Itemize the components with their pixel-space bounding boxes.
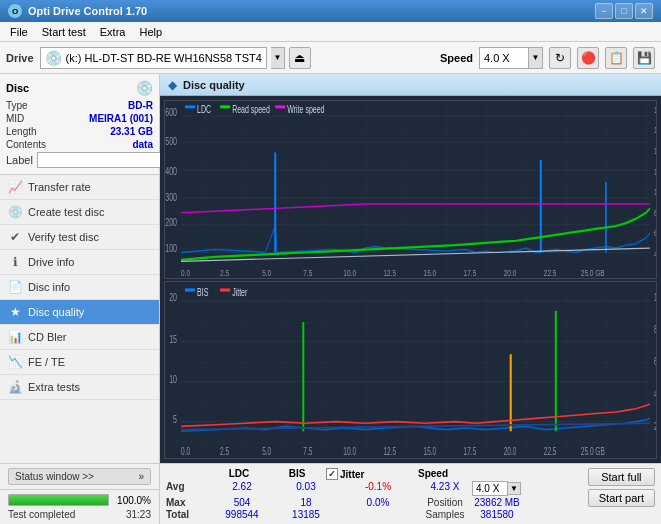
eject-button[interactable]: ⏏ bbox=[289, 47, 311, 69]
svg-text:8%: 8% bbox=[654, 323, 656, 335]
position-value: 23862 MB bbox=[472, 497, 522, 508]
nav-verify-test-disc[interactable]: ✔ Verify test disc bbox=[0, 225, 159, 250]
svg-text:12X: 12X bbox=[654, 166, 656, 177]
close-button[interactable]: ✕ bbox=[635, 3, 653, 19]
svg-text:20.0: 20.0 bbox=[504, 268, 517, 278]
nav-transfer-rate[interactable]: 📈 Transfer rate bbox=[0, 175, 159, 200]
avg-jitter: -0.1% bbox=[338, 481, 418, 496]
svg-text:10%: 10% bbox=[654, 291, 656, 303]
stats-max-row: Max 504 18 0.0% Position 23862 MB bbox=[166, 497, 570, 508]
menu-extra[interactable]: Extra bbox=[94, 25, 132, 39]
nav-disc-quality-label: Disc quality bbox=[28, 306, 84, 318]
svg-rect-62 bbox=[185, 288, 195, 291]
stats-header: LDC BIS ✓ Jitter Speed bbox=[166, 468, 570, 480]
avg-label: Avg bbox=[166, 481, 210, 496]
app-title: Opti Drive Control 1.70 bbox=[28, 5, 147, 17]
status-time-row: Test completed 31:23 bbox=[8, 509, 151, 520]
nav-extra-tests[interactable]: 🔬 Extra tests bbox=[0, 375, 159, 400]
disc-type-value: BD-R bbox=[128, 100, 153, 111]
nav-create-test-disc-label: Create test disc bbox=[28, 206, 104, 218]
start-full-button[interactable]: Start full bbox=[588, 468, 655, 486]
nav-cd-bler[interactable]: 📊 CD Bler bbox=[0, 325, 159, 350]
nav-fe-te-label: FE / TE bbox=[28, 356, 65, 368]
stats-header-speed: Speed bbox=[406, 468, 460, 480]
disc-mid-row: MID MEIRA1 (001) bbox=[6, 113, 153, 124]
speed-select-arrow[interactable]: ▼ bbox=[529, 47, 543, 69]
status-window-label: Status window >> bbox=[15, 471, 94, 482]
svg-text:4%: 4% bbox=[654, 387, 656, 399]
maximize-button[interactable]: □ bbox=[615, 3, 633, 19]
jitter-checkbox[interactable]: ✓ bbox=[326, 468, 338, 480]
svg-text:BIS: BIS bbox=[197, 286, 208, 298]
svg-text:4X: 4X bbox=[654, 249, 656, 260]
nav-fe-te[interactable]: 📉 FE / TE bbox=[0, 350, 159, 375]
title-bar: O Opti Drive Control 1.70 − □ ✕ bbox=[0, 0, 661, 22]
svg-text:Jitter: Jitter bbox=[232, 286, 247, 298]
stats-total-row: Total 998544 13185 Samples 381580 bbox=[166, 509, 570, 520]
disc-mid-label: MID bbox=[6, 113, 24, 124]
minimize-button[interactable]: − bbox=[595, 3, 613, 19]
disc-contents-value: data bbox=[132, 139, 153, 150]
svg-text:100: 100 bbox=[165, 243, 177, 255]
menu-start-test[interactable]: Start test bbox=[36, 25, 92, 39]
svg-text:5.0: 5.0 bbox=[262, 268, 271, 278]
svg-text:22.5: 22.5 bbox=[544, 445, 557, 457]
disc-contents-row: Contents data bbox=[6, 139, 153, 150]
svg-text:5: 5 bbox=[173, 413, 177, 425]
svg-text:14X: 14X bbox=[654, 146, 656, 157]
nav-disc-info[interactable]: 📄 Disc info bbox=[0, 275, 159, 300]
svg-text:12.5: 12.5 bbox=[383, 268, 396, 278]
svg-text:25.0 GB: 25.0 GB bbox=[581, 445, 605, 457]
drive-select[interactable]: 💿 (k:) HL-DT-ST BD-RE WH16NS58 TST4 bbox=[40, 47, 267, 69]
speed-select-dropdown[interactable]: ▼ bbox=[508, 482, 521, 495]
speed-select-val[interactable]: 4.0 X bbox=[472, 481, 508, 496]
avg-bis: 0.03 bbox=[274, 481, 338, 496]
toolbar-btn4[interactable]: 💾 bbox=[633, 47, 655, 69]
menu-file[interactable]: File bbox=[4, 25, 34, 39]
samples-value: 381580 bbox=[472, 509, 522, 520]
toolbar-btn3[interactable]: 📋 bbox=[605, 47, 627, 69]
stats-header-speedval bbox=[460, 468, 510, 480]
nav-drive-info[interactable]: ℹ Drive info bbox=[0, 250, 159, 275]
verify-test-disc-icon: ✔ bbox=[8, 230, 22, 244]
drive-select-arrow[interactable]: ▼ bbox=[271, 47, 285, 69]
disc-quality-icon: ★ bbox=[8, 305, 22, 319]
svg-text:Read speed: Read speed bbox=[232, 103, 270, 115]
jitter-label: Jitter bbox=[340, 469, 364, 480]
nav-create-test-disc[interactable]: 💿 Create test disc bbox=[0, 200, 159, 225]
drive-name: (k:) HL-DT-ST BD-RE WH16NS58 TST4 bbox=[66, 52, 262, 64]
disc-label-input[interactable] bbox=[37, 152, 170, 168]
disc-length-label: Length bbox=[6, 126, 37, 137]
progress-pct: 100.0% bbox=[115, 495, 151, 506]
max-ldc: 504 bbox=[210, 497, 274, 508]
svg-text:25.0 GB: 25.0 GB bbox=[581, 268, 605, 278]
svg-text:5.0: 5.0 bbox=[262, 445, 271, 457]
drive-info-icon: ℹ bbox=[8, 255, 22, 269]
menu-help[interactable]: Help bbox=[133, 25, 168, 39]
svg-text:8X: 8X bbox=[654, 208, 656, 219]
status-window-button[interactable]: Status window >> » bbox=[8, 468, 151, 485]
toolbar-btn1[interactable]: ↻ bbox=[549, 47, 571, 69]
speed-select[interactable]: 4.0 X bbox=[479, 47, 529, 69]
position-label: Position bbox=[418, 497, 472, 508]
svg-text:2%: 2% bbox=[654, 420, 656, 432]
panel-header: ◆ Disc quality bbox=[160, 74, 661, 96]
stats-header-spacer bbox=[166, 468, 210, 480]
toolbar-btn2[interactable]: 🔴 bbox=[577, 47, 599, 69]
speed-value: 4.23 X bbox=[418, 481, 472, 496]
status-text: Test completed bbox=[8, 509, 75, 520]
nav-disc-quality[interactable]: ★ Disc quality bbox=[0, 300, 159, 325]
panel-header-icon: ◆ bbox=[168, 78, 177, 92]
svg-text:7.5: 7.5 bbox=[303, 445, 312, 457]
svg-text:0.0: 0.0 bbox=[181, 268, 190, 278]
samples-label: Samples bbox=[418, 509, 472, 520]
disc-type-label: Type bbox=[6, 100, 28, 111]
avg-ldc: 2.62 bbox=[210, 481, 274, 496]
max-bis: 18 bbox=[274, 497, 338, 508]
stats-avg-row: Avg 2.62 0.03 -0.1% 4.23 X 4.0 X ▼ bbox=[166, 481, 570, 496]
start-part-button[interactable]: Start part bbox=[588, 489, 655, 507]
total-label: Total bbox=[166, 509, 210, 520]
bottom-stats: LDC BIS ✓ Jitter Speed Avg 2.62 0.03 -0.… bbox=[160, 463, 661, 524]
progress-time: 31:23 bbox=[126, 509, 151, 520]
svg-text:10: 10 bbox=[169, 373, 177, 385]
